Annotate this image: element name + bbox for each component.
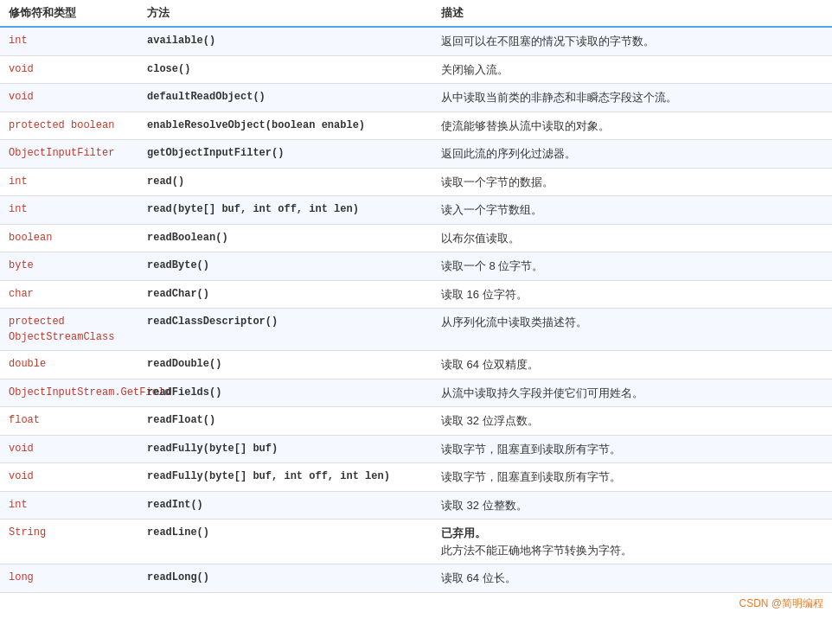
table-row: voidreadFully(byte[] buf, int off, int l… bbox=[0, 463, 832, 492]
cell-method[interactable]: readFields() bbox=[138, 379, 432, 407]
table-row: longreadLong()读取 64 位长。 bbox=[0, 564, 832, 593]
cell-modifier: protected boolean bbox=[0, 112, 138, 140]
cell-modifier: int bbox=[0, 491, 138, 520]
table-row: intread()读取一个字节的数据。 bbox=[0, 168, 832, 196]
cell-desc: 读取字节，阻塞直到读取所有字节。 bbox=[432, 463, 832, 492]
cell-method[interactable]: readFloat() bbox=[138, 407, 432, 436]
api-table: 修饰符和类型 方法 描述 intavailable()返回可以在不阻塞的情况下读… bbox=[0, 0, 832, 593]
table-row: ObjectInputStream.GetFieldreadFields()从流… bbox=[0, 379, 832, 407]
cell-desc: 读取 64 位长。 bbox=[432, 564, 832, 593]
cell-desc: 读取 32 位整数。 bbox=[432, 491, 832, 520]
main-container: 修饰符和类型 方法 描述 intavailable()返回可以在不阻塞的情况下读… bbox=[0, 0, 832, 615]
table-row: voidreadFully(byte[] buf)读取字节，阻塞直到读取所有字节… bbox=[0, 435, 832, 463]
watermark-brand: 简明编程 bbox=[782, 597, 823, 609]
cell-method[interactable]: readBoolean() bbox=[138, 224, 432, 252]
cell-desc: 已弃用。此方法不能正确地将字节转换为字符。 bbox=[432, 520, 832, 564]
cell-desc: 从序列化流中读取类描述符。 bbox=[432, 309, 832, 351]
cell-modifier: ObjectInputStream.GetField bbox=[0, 379, 138, 407]
cell-method[interactable]: readFully(byte[] buf, int off, int len) bbox=[138, 463, 432, 492]
table-row: intreadInt()读取 32 位整数。 bbox=[0, 491, 832, 520]
table-row: bytereadByte()读取一个 8 位字节。 bbox=[0, 252, 832, 281]
cell-modifier: long bbox=[0, 564, 138, 593]
cell-modifier: char bbox=[0, 280, 138, 309]
cell-method[interactable]: readDouble() bbox=[138, 351, 432, 379]
cell-desc: 读取 64 位双精度。 bbox=[432, 351, 832, 379]
table-row: voiddefaultReadObject()从中读取当前类的非静态和非瞬态字段… bbox=[0, 84, 832, 112]
cell-modifier: void bbox=[0, 55, 138, 84]
cell-modifier: void bbox=[0, 463, 138, 492]
cell-desc: 使流能够替换从流中读取的对象。 bbox=[432, 112, 832, 140]
table-row: intread(byte[] buf, int off, int len)读入一… bbox=[0, 196, 832, 225]
cell-desc: 从流中读取持久字段并使它们可用姓名。 bbox=[432, 379, 832, 407]
cell-method[interactable]: defaultReadObject() bbox=[138, 84, 432, 112]
header-modifier: 修饰符和类型 bbox=[0, 0, 138, 27]
cell-modifier: void bbox=[0, 435, 138, 463]
table-row: floatreadFloat()读取 32 位浮点数。 bbox=[0, 407, 832, 436]
cell-method[interactable]: read() bbox=[138, 168, 432, 196]
cell-method[interactable]: readLong() bbox=[138, 564, 432, 593]
cell-desc: 返回此流的序列化过滤器。 bbox=[432, 140, 832, 169]
table-header-row: 修饰符和类型 方法 描述 bbox=[0, 0, 832, 27]
header-method: 方法 bbox=[138, 0, 432, 27]
table-row: booleanreadBoolean()以布尔值读取。 bbox=[0, 224, 832, 252]
cell-method[interactable]: available() bbox=[138, 27, 432, 55]
cell-modifier: ObjectInputFilter bbox=[0, 140, 138, 169]
cell-desc: 读入一个字节数组。 bbox=[432, 196, 832, 225]
cell-desc: 读取一个字节的数据。 bbox=[432, 168, 832, 196]
table-row: StringreadLine()已弃用。此方法不能正确地将字节转换为字符。 bbox=[0, 520, 832, 564]
cell-method[interactable]: readByte() bbox=[138, 252, 432, 281]
watermark-prefix: CSDN @ bbox=[739, 597, 782, 609]
table-row: charreadChar()读取 16 位字符。 bbox=[0, 280, 832, 309]
cell-modifier: int bbox=[0, 168, 138, 196]
cell-method[interactable]: close() bbox=[138, 55, 432, 84]
cell-modifier: int bbox=[0, 196, 138, 225]
watermark: CSDN @简明编程 bbox=[0, 593, 832, 615]
cell-desc: 读取 32 位浮点数。 bbox=[432, 407, 832, 436]
cell-method[interactable]: readChar() bbox=[138, 280, 432, 309]
cell-method[interactable]: readClassDescriptor() bbox=[138, 309, 432, 351]
cell-desc: 关闭输入流。 bbox=[432, 55, 832, 84]
table-row: intavailable()返回可以在不阻塞的情况下读取的字节数。 bbox=[0, 27, 832, 55]
cell-method[interactable]: readFully(byte[] buf) bbox=[138, 435, 432, 463]
table-row: doublereadDouble()读取 64 位双精度。 bbox=[0, 351, 832, 379]
cell-desc: 从中读取当前类的非静态和非瞬态字段这个流。 bbox=[432, 84, 832, 112]
header-desc: 描述 bbox=[432, 0, 832, 27]
table-row: protected ObjectStreamClassreadClassDesc… bbox=[0, 309, 832, 351]
cell-method[interactable]: getObjectInputFilter() bbox=[138, 140, 432, 169]
cell-method[interactable]: enableResolveObject(boolean enable) bbox=[138, 112, 432, 140]
cell-method[interactable]: readInt() bbox=[138, 491, 432, 520]
cell-modifier: void bbox=[0, 84, 138, 112]
cell-desc: 读取字节，阻塞直到读取所有字节。 bbox=[432, 435, 832, 463]
cell-modifier: float bbox=[0, 407, 138, 436]
cell-modifier: int bbox=[0, 27, 138, 55]
cell-desc: 返回可以在不阻塞的情况下读取的字节数。 bbox=[432, 27, 832, 55]
cell-modifier: double bbox=[0, 351, 138, 379]
cell-method[interactable]: readLine() bbox=[138, 520, 432, 564]
cell-modifier: protected ObjectStreamClass bbox=[0, 309, 138, 351]
table-row: ObjectInputFiltergetObjectInputFilter()返… bbox=[0, 140, 832, 169]
table-row: protected booleanenableResolveObject(boo… bbox=[0, 112, 832, 140]
cell-desc: 读取一个 8 位字节。 bbox=[432, 252, 832, 281]
cell-method[interactable]: read(byte[] buf, int off, int len) bbox=[138, 196, 432, 225]
cell-desc: 以布尔值读取。 bbox=[432, 224, 832, 252]
table-row: voidclose()关闭输入流。 bbox=[0, 55, 832, 84]
cell-modifier: String bbox=[0, 520, 138, 564]
cell-modifier: byte bbox=[0, 252, 138, 281]
cell-desc: 读取 16 位字符。 bbox=[432, 280, 832, 309]
cell-modifier: boolean bbox=[0, 224, 138, 252]
